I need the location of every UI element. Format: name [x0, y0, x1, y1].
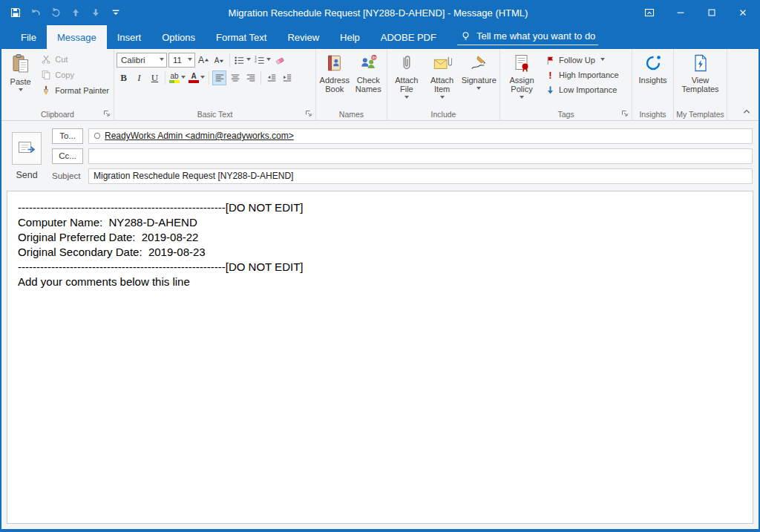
signature-button[interactable]: Signature: [460, 51, 497, 109]
cc-row: Cc...: [52, 148, 753, 164]
titlebar: Migration Reschedule Request [NY288-D-AH…: [1, 0, 759, 25]
tell-me-box[interactable]: Tell me what you want to do: [457, 29, 598, 45]
message-body-editor[interactable]: ----------------------------------------…: [7, 191, 753, 524]
chevron-down-icon: [476, 87, 481, 92]
tab-format-text[interactable]: Format Text: [206, 25, 277, 49]
maximize-button[interactable]: [696, 0, 727, 25]
svg-text:2: 2: [255, 58, 257, 62]
decrease-indent-button[interactable]: [264, 70, 278, 85]
clear-formatting-button[interactable]: [273, 53, 287, 68]
tab-options[interactable]: Options: [151, 25, 206, 49]
send-icon: [17, 139, 36, 158]
divider: [209, 71, 209, 85]
low-importance-button[interactable]: Low Importance: [543, 82, 621, 97]
copy-icon: [41, 70, 51, 80]
assign-policy-icon: [513, 53, 531, 73]
ribbon-display-options-button[interactable]: [634, 0, 665, 25]
align-center-button[interactable]: [228, 70, 242, 85]
tab-message[interactable]: Message: [47, 25, 107, 49]
touch-mode-up-button[interactable]: [69, 6, 82, 19]
tags-group-label: Tags: [500, 110, 632, 119]
tab-adobe-pdf[interactable]: ADOBE PDF: [370, 25, 447, 49]
align-right-button[interactable]: [243, 70, 258, 85]
subject-label: Subject: [52, 171, 83, 180]
body-line: Original Secondary Date: 2019-08-23: [18, 245, 742, 260]
check-names-label: Check Names: [353, 76, 385, 93]
close-button[interactable]: [727, 0, 759, 25]
align-center-icon: [230, 73, 240, 83]
format-painter-label: Format Painter: [55, 86, 109, 95]
bullets-button[interactable]: [233, 53, 252, 68]
clipboard-dialog-launcher[interactable]: [102, 109, 111, 118]
copy-button[interactable]: Copy: [39, 67, 111, 82]
increase-indent-button[interactable]: [280, 70, 294, 85]
grow-font-button[interactable]: A: [197, 53, 211, 68]
basic-text-dialog-launcher[interactable]: [304, 109, 313, 118]
envelope-attach-icon: [433, 53, 452, 73]
ribbon-group-tags: Assign Policy Follow Up ! High Importanc…: [500, 49, 632, 120]
to-button[interactable]: To...: [52, 128, 83, 144]
address-book-icon: [325, 53, 344, 73]
view-templates-button[interactable]: View Templates: [677, 51, 724, 109]
align-left-icon: [214, 73, 225, 83]
save-button[interactable]: [9, 6, 22, 19]
maximize-icon: [707, 7, 717, 18]
shrink-font-button[interactable]: A: [212, 53, 226, 68]
redo-icon: [50, 7, 62, 19]
font-size-select[interactable]: 11: [168, 53, 195, 68]
attach-item-label: Attach Item: [425, 76, 459, 93]
chevron-down-icon: [600, 58, 605, 63]
collapse-ribbon-button[interactable]: [741, 106, 753, 116]
copy-label: Copy: [55, 70, 74, 79]
redo-button[interactable]: [49, 6, 62, 19]
tags-dialog-launcher[interactable]: [620, 109, 629, 118]
attach-file-button[interactable]: Attach File: [390, 51, 424, 109]
tab-review[interactable]: Review: [277, 25, 330, 49]
tab-help[interactable]: Help: [330, 25, 370, 49]
grow-font-label: A: [198, 55, 204, 65]
paste-button[interactable]: Paste: [4, 51, 37, 109]
dialog-launcher-icon: [621, 110, 629, 117]
cc-field[interactable]: [88, 148, 753, 164]
bold-button[interactable]: B: [117, 70, 131, 85]
format-painter-button[interactable]: Format Painter: [39, 82, 111, 98]
tab-insert[interactable]: Insert: [107, 25, 152, 49]
send-button[interactable]: Send: [7, 128, 46, 184]
minimize-button[interactable]: [665, 0, 696, 25]
address-book-button[interactable]: Address Book: [318, 51, 351, 109]
undo-button[interactable]: [29, 6, 42, 19]
font-name-value: Calibri: [121, 56, 145, 65]
tab-file[interactable]: File: [10, 25, 47, 49]
highlight-color-icon: ab: [169, 73, 180, 83]
assign-policy-button[interactable]: Assign Policy: [502, 51, 541, 109]
follow-up-button[interactable]: Follow Up: [543, 53, 621, 68]
subject-field[interactable]: Migration Reschedule Request [NY288-D-AH…: [88, 168, 753, 184]
check-names-button[interactable]: @ Check Names: [353, 51, 385, 109]
customize-quick-access-button[interactable]: [109, 6, 122, 19]
italic-button[interactable]: I: [132, 70, 146, 85]
font-name-select[interactable]: Calibri: [117, 53, 167, 68]
italic-label: I: [137, 72, 140, 84]
save-icon: [10, 7, 22, 19]
attach-item-button[interactable]: Attach Item: [425, 51, 459, 109]
insights-button[interactable]: Insights: [635, 51, 671, 109]
font-color-button[interactable]: A: [188, 70, 206, 85]
ribbon-group-insights: Insights Insights: [632, 49, 674, 120]
divider: [229, 53, 230, 67]
text-highlight-color-button[interactable]: ab: [168, 70, 186, 85]
to-recipient[interactable]: ReadyWorks Admin <admin@readyworks.com>: [105, 131, 294, 141]
ribbon-group-clipboard: Paste Cut Copy Format Painter Clipboard: [1, 49, 114, 120]
underline-button[interactable]: U: [148, 70, 162, 85]
subject-value: Migration Reschedule Request [NY288-D-AH…: [94, 171, 293, 181]
cut-button[interactable]: Cut: [39, 51, 111, 67]
touch-mode-down-button[interactable]: [89, 6, 102, 19]
align-left-button[interactable]: [212, 70, 226, 85]
numbering-button[interactable]: 12: [253, 53, 272, 68]
cc-button[interactable]: Cc...: [52, 148, 83, 164]
undo-icon: [30, 7, 42, 19]
up-arrow-icon: [71, 7, 81, 18]
follow-up-flag-icon: [546, 56, 555, 65]
window-controls: [634, 0, 759, 25]
high-importance-button[interactable]: ! High Importance: [543, 68, 621, 82]
to-field[interactable]: ReadyWorks Admin <admin@readyworks.com>: [88, 128, 753, 144]
